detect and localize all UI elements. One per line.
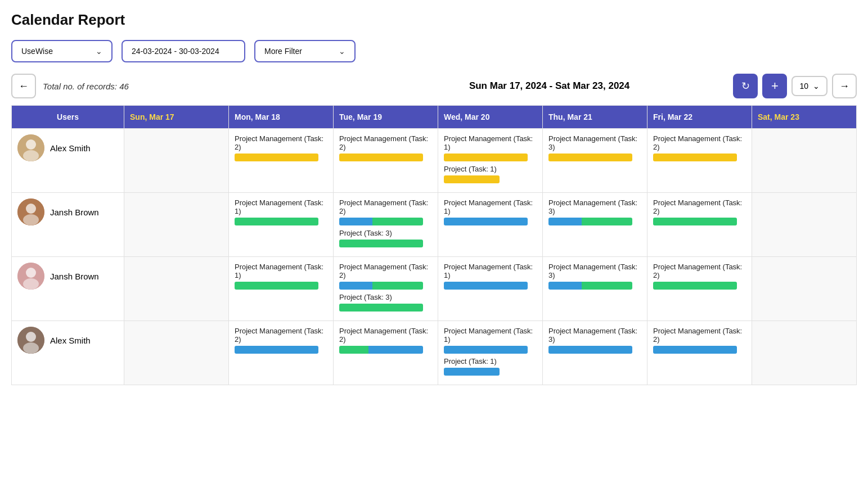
user-name: Alex Smith xyxy=(50,336,91,345)
day-cell-mon18: Project Management (Task: 2) xyxy=(229,129,334,193)
user-cell: Jansh Brown xyxy=(12,257,124,295)
task-entry: Project (Task: 3) xyxy=(339,293,432,312)
col-header-wed20: Wed, Mar 20 xyxy=(438,106,543,129)
user-name: Jansh Brown xyxy=(50,272,99,281)
col-header-thu21: Thu, Mar 21 xyxy=(543,106,647,129)
toolbar: ← Total no. of records: 46 Sun Mar 17, 2… xyxy=(11,74,857,98)
task-label: Project (Task: 1) xyxy=(444,165,537,173)
user-cell: Alex Smith xyxy=(12,321,124,359)
task-label: Project Management (Task: 1) xyxy=(444,134,537,151)
toolbar-left: ← Total no. of records: 46 xyxy=(11,74,366,98)
avatar xyxy=(17,134,44,161)
task-entry: Project Management (Task: 2) xyxy=(339,134,432,161)
per-page-selector[interactable]: 10 ⌄ xyxy=(791,76,827,96)
task-label: Project (Task: 3) xyxy=(339,229,432,237)
day-cell-mon18: Project Management (Task: 1) xyxy=(229,257,334,321)
task-label: Project (Task: 1) xyxy=(444,357,537,365)
task-label: Project Management (Task: 1) xyxy=(235,198,327,215)
records-count: Total no. of records: 46 xyxy=(43,82,129,91)
day-cell-sun xyxy=(124,321,229,385)
svg-point-10 xyxy=(26,332,36,342)
day-cell-sat23 xyxy=(752,129,857,193)
day-cell-sat23 xyxy=(752,321,857,385)
avatar xyxy=(17,198,44,225)
svg-point-5 xyxy=(23,214,39,225)
next-button[interactable]: → xyxy=(832,74,857,98)
col-header-sat23: Sat, Mar 23 xyxy=(752,106,857,129)
task-label: Project Management (Task: 3) xyxy=(548,134,641,151)
task-entry: Project Management (Task: 2) xyxy=(653,134,746,161)
day-cell-wed20: Project Management (Task: 1) xyxy=(438,193,543,257)
task-entry: Project Management (Task: 2) xyxy=(339,263,432,290)
add-button[interactable]: + xyxy=(762,74,787,98)
day-cell-sat23 xyxy=(752,257,857,321)
avatar xyxy=(17,327,44,354)
date-range-filter[interactable]: 24-03-2024 - 30-03-2024 xyxy=(122,40,245,62)
day-cell-wed20: Project Management (Task: 1)Project (Tas… xyxy=(438,129,543,193)
col-header-sun17: Sun, Mar 17 xyxy=(124,106,229,129)
task-entry: Project Management (Task: 1) xyxy=(444,327,537,354)
task-label: Project Management (Task: 3) xyxy=(548,263,641,279)
more-filter[interactable]: More Filter ⌄ xyxy=(254,40,356,62)
calendar-table: Users Sun, Mar 17 Mon, Mar 18 Tue, Mar 1… xyxy=(11,105,857,385)
day-cell-fri22: Project Management (Task: 2) xyxy=(647,321,752,385)
calendar-header-row: Users Sun, Mar 17 Mon, Mar 18 Tue, Mar 1… xyxy=(12,106,857,129)
day-cell-tue19: Project Management (Task: 2)Project (Tas… xyxy=(334,257,438,321)
task-label: Project Management (Task: 2) xyxy=(653,263,746,279)
task-label: Project Management (Task: 2) xyxy=(339,198,432,215)
day-cell-thu21: Project Management (Task: 3) xyxy=(543,193,647,257)
task-label: Project Management (Task: 2) xyxy=(339,134,432,151)
task-entry: Project Management (Task: 3) xyxy=(548,134,641,161)
task-entry: Project Management (Task: 3) xyxy=(548,198,641,225)
col-header-tue19: Tue, Mar 19 xyxy=(334,106,438,129)
company-filter[interactable]: UseWise ⌄ xyxy=(11,40,113,62)
col-header-mon18: Mon, Mar 18 xyxy=(229,106,334,129)
task-entry: Project Management (Task: 2) xyxy=(653,327,746,354)
user-name: Jansh Brown xyxy=(50,207,99,217)
task-label: Project Management (Task: 1) xyxy=(444,327,537,344)
day-cell-tue19: Project Management (Task: 2)Project (Tas… xyxy=(334,193,438,257)
day-cell-fri22: Project Management (Task: 2) xyxy=(647,129,752,193)
day-cell-tue19: Project Management (Task: 2) xyxy=(334,129,438,193)
refresh-button[interactable]: ↻ xyxy=(733,74,758,98)
day-cell-sun xyxy=(124,193,229,257)
table-row: Jansh BrownProject Management (Task: 1)P… xyxy=(12,193,857,257)
day-cell-mon18: Project Management (Task: 2) xyxy=(229,321,334,385)
task-label: Project Management (Task: 1) xyxy=(444,198,537,215)
day-cell-wed20: Project Management (Task: 1)Project (Tas… xyxy=(438,321,543,385)
table-row: Jansh BrownProject Management (Task: 1)P… xyxy=(12,257,857,321)
task-label: Project Management (Task: 3) xyxy=(548,327,641,344)
svg-point-1 xyxy=(26,139,36,150)
task-label: Project Management (Task: 2) xyxy=(339,327,432,344)
task-label: Project Management (Task: 2) xyxy=(653,327,746,344)
task-label: Project Management (Task: 1) xyxy=(235,263,327,279)
more-filter-label: More Filter xyxy=(264,47,302,56)
col-header-fri22: Fri, Mar 22 xyxy=(647,106,752,129)
task-entry: Project Management (Task: 1) xyxy=(444,134,537,161)
day-cell-wed20: Project Management (Task: 1) xyxy=(438,257,543,321)
prev-button[interactable]: ← xyxy=(11,74,36,98)
task-entry: Project Management (Task: 2) xyxy=(339,327,432,354)
task-label: Project Management (Task: 2) xyxy=(653,198,746,215)
svg-point-8 xyxy=(23,278,39,290)
user-cell: Jansh Brown xyxy=(12,193,124,231)
task-entry: Project Management (Task: 1) xyxy=(444,198,537,225)
day-cell-thu21: Project Management (Task: 3) xyxy=(543,321,647,385)
day-cell-thu21: Project Management (Task: 3) xyxy=(543,129,647,193)
task-entry: Project Management (Task: 1) xyxy=(444,263,537,290)
task-label: Project Management (Task: 2) xyxy=(653,134,746,151)
task-entry: Project (Task: 3) xyxy=(339,229,432,247)
user-cell: Alex Smith xyxy=(12,129,124,167)
day-cell-thu21: Project Management (Task: 3) xyxy=(543,257,647,321)
day-cell-fri22: Project Management (Task: 2) xyxy=(647,193,752,257)
col-header-users: Users xyxy=(12,106,124,129)
day-cell-mon18: Project Management (Task: 1) xyxy=(229,193,334,257)
avatar xyxy=(17,263,44,290)
task-entry: Project Management (Task: 2) xyxy=(235,327,327,354)
day-cell-sat23 xyxy=(752,193,857,257)
task-entry: Project Management (Task: 1) xyxy=(235,263,327,290)
filter-bar: UseWise ⌄ 24-03-2024 - 30-03-2024 More F… xyxy=(11,40,857,62)
task-entry: Project Management (Task: 2) xyxy=(653,263,746,290)
task-label: Project Management (Task: 2) xyxy=(235,327,327,344)
table-row: Alex SmithProject Management (Task: 2)Pr… xyxy=(12,129,857,193)
